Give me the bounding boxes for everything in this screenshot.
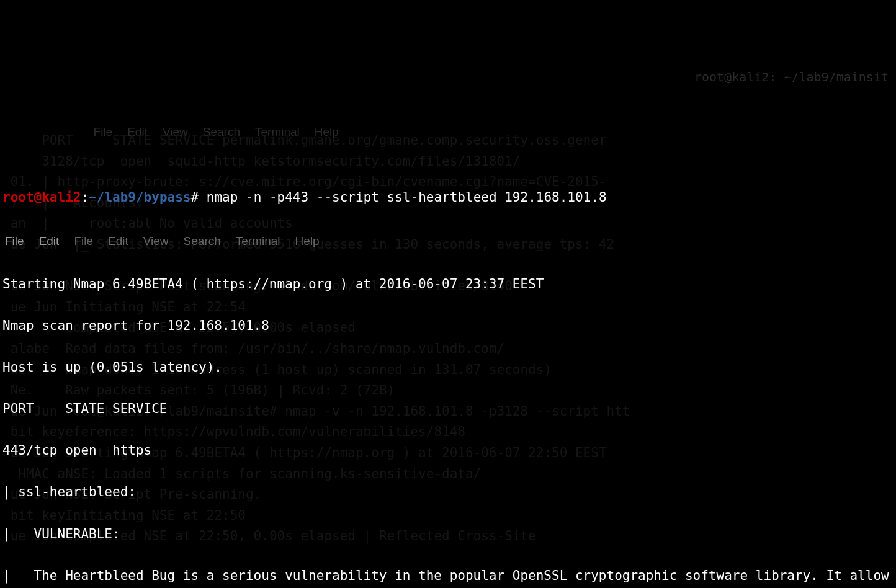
menu-terminal[interactable]: Terminal [236, 234, 280, 247]
bg-menu-file: File [94, 125, 113, 138]
foreground-terminal[interactable]: root@kali2:~/lab9/bypass# nmap -n -p443 … [0, 167, 896, 588]
output-report: Nmap scan report for 192.168.101.8 [0, 316, 896, 337]
bg-menu-search: Search [203, 125, 240, 138]
bg-menu-help: Help [315, 125, 339, 138]
bg-menu-terminal: Terminal [255, 125, 300, 138]
command-text: nmap -n -p443 --script ssl-heartbleed 19… [199, 190, 606, 205]
prompt-user-host: root@kali2 [2, 190, 81, 205]
output-description: | The Heartbleed Bug is a serious vulner… [0, 566, 896, 588]
prompt-line[interactable]: root@kali2:~/lab9/bypass# nmap -n -p443 … [0, 187, 896, 208]
menu-file-2[interactable]: File [74, 234, 93, 247]
output-vulnerable: | VULNERABLE: [0, 524, 896, 545]
prompt-hash: # [190, 190, 199, 205]
prompt-path: ~/lab9/bypass [89, 190, 190, 205]
output-port-header: PORT STATE SERVICE [0, 399, 896, 420]
output-script-name: | ssl-heartbleed: [0, 482, 896, 503]
prompt-colon: : [81, 190, 89, 205]
menu-file[interactable]: File [5, 234, 24, 247]
menu-edit-2[interactable]: Edit [108, 234, 128, 247]
bg-menu-edit: Edit [127, 125, 148, 138]
background-menubar: FileEditViewSearchTerminalHelp [87, 104, 354, 142]
menu-view[interactable]: View [143, 234, 169, 247]
menubar: FileEditFileEditViewSearchTerminalHelp [0, 229, 896, 253]
menu-help[interactable]: Help [295, 234, 320, 247]
menu-search[interactable]: Search [184, 234, 221, 247]
output-starting: Starting Nmap 6.49BETA4 ( https://nmap.o… [0, 274, 896, 295]
output-hostup: Host is up (0.051s latency). [0, 357, 896, 378]
bg-menu-view: View [163, 125, 188, 138]
background-window-title: root@kali2: ~/lab9/mainsit [694, 67, 889, 87]
menu-edit[interactable]: Edit [39, 234, 60, 247]
output-port-443: 443/tcp open https [0, 440, 896, 461]
